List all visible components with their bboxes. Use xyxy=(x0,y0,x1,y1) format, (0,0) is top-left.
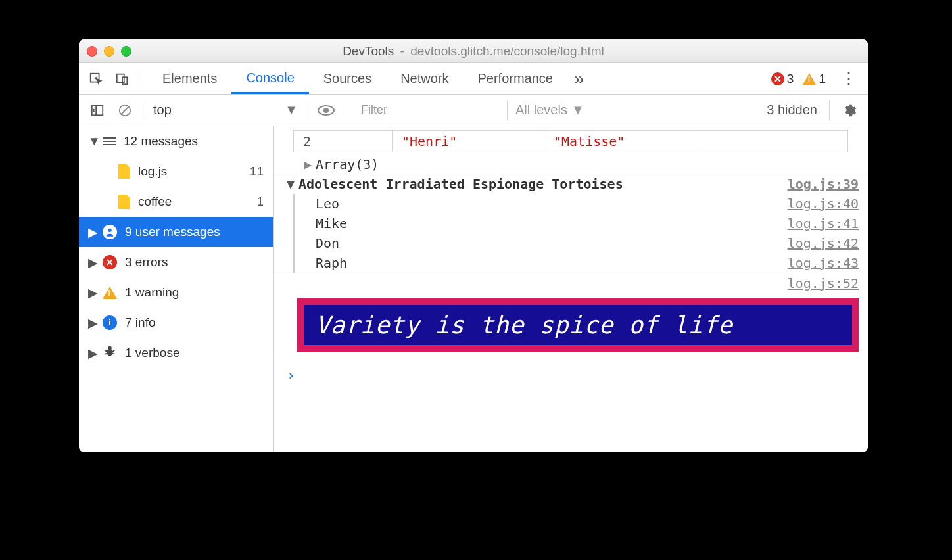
tabs-overflow-icon[interactable]: » xyxy=(567,68,591,89)
inspect-icon[interactable] xyxy=(84,67,108,91)
log-levels-select[interactable]: All levels ▼ xyxy=(515,103,584,118)
error-icon: ✕ xyxy=(771,72,784,85)
svg-point-8 xyxy=(323,108,329,113)
issue-counters: ✕ 3 1 ⋮ xyxy=(771,68,863,89)
table-cell-index: 2 xyxy=(294,131,393,152)
main-tabs-row: Elements Console Sources Network Perform… xyxy=(79,63,868,95)
console-prompt[interactable]: › xyxy=(274,360,868,390)
sidebar-user-messages[interactable]: ▶ 9 user messages xyxy=(79,217,273,247)
context-selector[interactable]: top ▼ xyxy=(153,103,298,118)
source-link[interactable]: log.js:42 xyxy=(788,235,859,251)
file-icon xyxy=(118,195,130,209)
table-cell-empty xyxy=(696,131,847,152)
svg-rect-1 xyxy=(117,74,124,82)
log-line[interactable]: Leolog.js:40 xyxy=(296,194,868,214)
chevron-down-icon: ▼ xyxy=(285,103,298,118)
group-title: Adolescent Irradiated Espionage Tortoise… xyxy=(298,176,623,192)
device-toggle-icon[interactable] xyxy=(110,67,134,91)
filter-input[interactable] xyxy=(354,100,499,121)
array-preview[interactable]: ▶Array(3) xyxy=(274,155,868,174)
sidebar-errors[interactable]: ▶ ✕ 3 errors xyxy=(79,247,273,277)
table-cell-last: "Matisse" xyxy=(544,131,696,152)
source-link[interactable]: log.js:41 xyxy=(788,216,859,231)
sidebar-verbose[interactable]: ▶ 1 verbose xyxy=(79,338,273,368)
context-label: top xyxy=(153,103,172,118)
info-icon: i xyxy=(103,315,117,330)
svg-line-12 xyxy=(105,350,108,352)
chevron-right-icon: ▶ xyxy=(88,255,95,270)
gear-icon[interactable] xyxy=(838,99,861,122)
styled-log-text: Variety is the spice of life xyxy=(297,298,859,352)
titlebar: DevTools - devtools.glitch.me/console/lo… xyxy=(79,39,868,63)
separator xyxy=(829,101,830,120)
source-link[interactable]: log.js:43 xyxy=(788,255,859,271)
separator xyxy=(145,101,145,120)
source-link[interactable]: log.js:40 xyxy=(788,196,859,212)
chevron-right-icon: ▶ xyxy=(88,346,95,361)
menu-kebab-icon[interactable]: ⋮ xyxy=(835,68,863,89)
chevron-down-icon: ▼ xyxy=(287,176,298,192)
console-group-header[interactable]: ▼ Adolescent Irradiated Espionage Tortoi… xyxy=(274,174,868,194)
console-output: 2 "Henri" "Matisse" ▶Array(3) ▼ Adolesce… xyxy=(274,126,868,452)
window-title: DevTools - devtools.glitch.me/console/lo… xyxy=(79,44,868,58)
clear-console-icon[interactable] xyxy=(113,99,137,122)
message-sidebar: ▼ 12 messages log.js 11 coffee 1 ▶ 9 use… xyxy=(79,126,274,452)
bug-icon xyxy=(103,344,117,362)
svg-point-11 xyxy=(108,346,112,350)
chevron-down-icon: ▼ xyxy=(88,134,95,149)
prompt-chevron-icon: › xyxy=(287,367,295,383)
log-line[interactable]: Mikelog.js:41 xyxy=(296,214,868,233)
list-icon xyxy=(103,137,116,145)
warning-counter[interactable]: 1 xyxy=(803,72,826,86)
sidebar-info[interactable]: ▶ i 7 info xyxy=(79,308,273,338)
devtools-window: DevTools - devtools.glitch.me/console/lo… xyxy=(79,39,868,452)
sidebar-toggle-icon[interactable] xyxy=(85,99,109,122)
table-cell-first: "Henri" xyxy=(393,131,544,152)
hidden-count[interactable]: 3 hidden xyxy=(767,103,821,118)
user-icon xyxy=(103,225,117,239)
log-line[interactable]: Donlog.js:42 xyxy=(296,233,868,253)
tab-elements[interactable]: Elements xyxy=(148,63,231,94)
console-table-row[interactable]: 2 "Henri" "Matisse" xyxy=(293,130,848,152)
chevron-right-icon: ▶ xyxy=(88,285,95,300)
tab-console[interactable]: Console xyxy=(231,63,308,94)
sidebar-warning[interactable]: ▶ 1 warning xyxy=(79,277,273,308)
svg-line-6 xyxy=(122,106,129,114)
warning-icon xyxy=(103,287,117,299)
source-link[interactable]: log.js:52 xyxy=(788,275,859,291)
svg-line-14 xyxy=(105,353,108,354)
title-url: devtools.glitch.me/console/log.html xyxy=(410,44,604,58)
log-line-styled-src: log.js:52 xyxy=(274,273,868,293)
separator xyxy=(507,101,508,120)
svg-line-15 xyxy=(112,353,115,354)
tab-sources[interactable]: Sources xyxy=(309,63,386,94)
log-line[interactable]: Raphlog.js:43 xyxy=(296,253,868,273)
error-counter[interactable]: ✕ 3 xyxy=(771,72,794,86)
file-icon xyxy=(118,164,130,179)
panel-tabs: Elements Console Sources Network Perform… xyxy=(148,63,591,94)
styled-log-row: Variety is the spice of life xyxy=(274,293,868,360)
tab-performance[interactable]: Performance xyxy=(464,63,568,94)
sidebar-file-coffee[interactable]: coffee 1 xyxy=(79,187,273,217)
title-prefix: DevTools xyxy=(343,44,394,58)
chevron-right-icon: ▶ xyxy=(88,315,95,331)
sidebar-file-logjs[interactable]: log.js 11 xyxy=(79,156,273,187)
svg-point-9 xyxy=(108,229,111,232)
error-icon: ✕ xyxy=(103,255,117,269)
console-toolbar: top ▼ All levels ▼ 3 hidden xyxy=(79,95,868,126)
svg-line-13 xyxy=(112,350,115,352)
chevron-right-icon: ▶ xyxy=(88,225,95,240)
separator xyxy=(306,101,306,120)
sidebar-messages[interactable]: ▼ 12 messages xyxy=(79,126,273,156)
separator xyxy=(346,101,346,120)
separator xyxy=(141,69,141,89)
chevron-right-icon: ▶ xyxy=(304,156,312,172)
live-expression-icon[interactable] xyxy=(314,99,338,122)
chevron-down-icon: ▼ xyxy=(571,103,584,118)
console-body: ▼ 12 messages log.js 11 coffee 1 ▶ 9 use… xyxy=(79,126,868,452)
source-link[interactable]: log.js:39 xyxy=(788,176,859,192)
tab-network[interactable]: Network xyxy=(386,63,463,94)
warning-icon xyxy=(803,73,816,85)
console-group-body: Leolog.js:40 Mikelog.js:41 Donlog.js:42 … xyxy=(293,194,868,273)
